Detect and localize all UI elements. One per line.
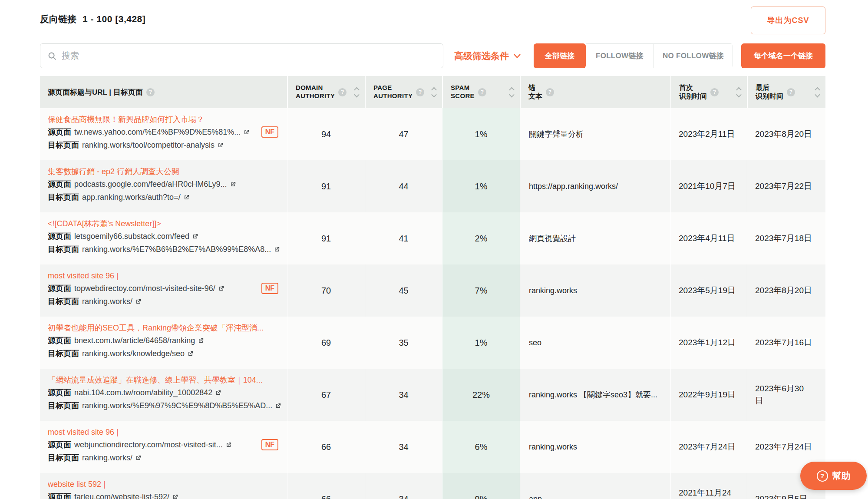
- target-url-link[interactable]: ranking.works/%E7%B6%B2%E7%AB%99%E8%A8..…: [82, 245, 271, 254]
- sort-desc-icon[interactable]: [354, 92, 360, 97]
- domain-authority-value: 94: [287, 108, 365, 160]
- source-url-link[interactable]: bnext.com.tw/article/64658/ranking: [74, 336, 195, 345]
- help-tooltip-icon[interactable]: ?: [546, 88, 554, 96]
- tab-all-links[interactable]: 全部链接: [534, 43, 586, 68]
- search-input[interactable]: [62, 51, 436, 61]
- target-url-line: 目标页面ranking.works/tool/competitor-analys…: [48, 139, 278, 152]
- domain-authority-value: 67: [287, 369, 365, 421]
- last-seen-date: 2023年7月18日: [747, 212, 825, 264]
- col-header-anchor[interactable]: 锚 文本 ?: [520, 76, 670, 108]
- external-link-icon[interactable]: [275, 403, 281, 409]
- target-url-link[interactable]: ranking.works/: [82, 453, 132, 463]
- sort-control[interactable]: [506, 87, 514, 97]
- help-button[interactable]: ? 幫助: [800, 462, 867, 490]
- source-page-title-link[interactable]: most visited site 96 |: [48, 270, 278, 282]
- nofollow-badge: NF: [261, 126, 278, 138]
- help-tooltip-icon[interactable]: ?: [478, 88, 486, 96]
- help-tooltip-icon[interactable]: ?: [146, 88, 155, 96]
- sort-control[interactable]: [733, 87, 741, 97]
- col-header-spam-score[interactable]: SPAM SCORE ?: [442, 76, 520, 108]
- source-page-title-link[interactable]: 「網站流量成效追蹤」在職進修、線上學習、共學教室｜104...: [48, 374, 278, 386]
- col-header-source[interactable]: 源页面标题与URL | 目标页面 ?: [40, 76, 287, 108]
- external-link-icon[interactable]: [225, 442, 232, 448]
- search-box[interactable]: [40, 43, 443, 68]
- page-authority-value: 34: [365, 473, 442, 499]
- last-seen-date: 2023年7月22日: [747, 160, 825, 212]
- source-page-title-link[interactable]: most visited site 96 |: [48, 426, 278, 438]
- table-row: website list 592 |源页面farleu.com/website-…: [40, 473, 825, 499]
- backlinks-table: 源页面标题与URL | 目标页面 ? DOMAIN AUTHORITY ? PA…: [40, 76, 825, 499]
- source-url-link[interactable]: letsgoemily66.substack.com/feed: [74, 232, 189, 241]
- sort-desc-icon[interactable]: [736, 92, 742, 97]
- external-link-icon[interactable]: [215, 390, 221, 396]
- anchor-text: seo: [520, 317, 670, 369]
- page-authority-value: 34: [365, 421, 442, 473]
- help-tooltip-icon[interactable]: ?: [416, 88, 424, 96]
- external-link-icon[interactable]: [192, 233, 198, 240]
- external-link-icon[interactable]: [198, 337, 204, 344]
- source-page-title-link[interactable]: website list 592 |: [48, 479, 278, 490]
- target-url-link[interactable]: ranking.works/tool/competitor-analysis: [82, 141, 215, 150]
- source-url-link[interactable]: tw.news.yahoo.com/%E4%BF%9D%E5%81%...: [74, 128, 241, 137]
- external-link-icon[interactable]: [135, 455, 142, 461]
- target-url-link[interactable]: app.ranking.works/auth?to=/: [82, 193, 181, 202]
- help-tooltip-icon[interactable]: ?: [787, 88, 795, 96]
- col-header-domain-authority[interactable]: DOMAIN AUTHORITY ?: [287, 76, 365, 108]
- target-url-link[interactable]: ranking.works/: [82, 297, 132, 306]
- help-tooltip-icon[interactable]: ?: [338, 88, 347, 96]
- sort-desc-icon[interactable]: [509, 92, 515, 97]
- source-url-link[interactable]: nabi.104.com.tw/room/ability_10002842: [74, 388, 212, 397]
- sort-control[interactable]: [351, 87, 359, 97]
- external-link-icon[interactable]: [218, 285, 224, 292]
- source-url-link[interactable]: podcasts.google.com/feed/aHR0cHM6Ly9...: [74, 180, 227, 189]
- page-authority-value: 41: [365, 212, 442, 264]
- page-authority-value: 44: [365, 160, 442, 212]
- source-url-link[interactable]: webjunctiondirectory.com/most-visited-si…: [74, 440, 223, 449]
- source-url-link[interactable]: topwebdirectoy.com/most-visited-site-96/: [74, 284, 215, 293]
- table-body: 保健食品商機無限！新興品牌如何打入市場？源页面tw.news.yahoo.com…: [40, 108, 825, 499]
- sort-desc-icon[interactable]: [431, 92, 437, 97]
- external-link-icon[interactable]: [172, 494, 178, 499]
- external-link-icon[interactable]: [135, 298, 142, 305]
- domain-authority-value: 70: [287, 264, 365, 317]
- external-link-icon[interactable]: [183, 194, 190, 201]
- sort-desc-icon[interactable]: [815, 92, 820, 97]
- sort-control[interactable]: [812, 87, 819, 97]
- source-url-link[interactable]: farleu.com/website-list-592/: [74, 492, 169, 499]
- source-page-title-link[interactable]: 保健食品商機無限！新興品牌如何打入市場？: [48, 114, 278, 126]
- anchor-text: 網頁視覺設計: [520, 212, 670, 264]
- source-url-line: 源页面webjunctiondirectory.com/most-visited…: [48, 438, 278, 451]
- help-tooltip-icon[interactable]: ?: [710, 88, 719, 96]
- source-page-title-link[interactable]: <![CDATA[林芯蕭's Newsletter]]>: [48, 218, 278, 230]
- target-url-link[interactable]: ranking.works/knowledge/seo: [82, 349, 185, 358]
- sort-control[interactable]: [429, 87, 436, 97]
- one-link-per-domain-button[interactable]: 每个域名一个链接: [741, 43, 825, 68]
- help-button-label: 幫助: [832, 470, 851, 482]
- source-url-line: 源页面podcasts.google.com/feed/aHR0cHM6Ly9.…: [48, 178, 278, 191]
- spam-score-value: 7%: [442, 264, 520, 317]
- question-mark-icon: ?: [817, 470, 828, 482]
- table-row: 初學者也能用的SEO工具，Ranking帶領企業突破「渾沌型消...源页面bne…: [40, 317, 825, 369]
- external-link-icon[interactable]: [187, 350, 194, 357]
- external-link-icon[interactable]: [274, 246, 280, 253]
- anchor-text: https://app.ranking.works/: [520, 160, 670, 212]
- tab-nofollow-links[interactable]: NO FOLLOW链接: [654, 43, 733, 68]
- target-url-line: 目标页面ranking.works/: [48, 451, 278, 464]
- source-label: 源页面: [48, 283, 71, 294]
- source-label: 源页面: [48, 231, 71, 241]
- source-page-title-link[interactable]: 初學者也能用的SEO工具，Ranking帶領企業突破「渾沌型消...: [48, 322, 278, 334]
- col-header-first-seen[interactable]: 首次 识别时间 ?: [670, 76, 747, 108]
- external-link-icon[interactable]: [230, 181, 236, 188]
- export-csv-button[interactable]: 导出为CSV: [751, 7, 825, 34]
- tab-follow-links[interactable]: FOLLOW链接: [586, 43, 654, 68]
- advanced-filter-dropdown[interactable]: 高级筛选条件: [454, 43, 521, 68]
- anchor-text: ranking.works: [520, 264, 670, 317]
- external-link-icon[interactable]: [243, 129, 250, 135]
- col-header-page-authority[interactable]: PAGE AUTHORITY ?: [365, 76, 442, 108]
- page-title-label: 反向链接: [40, 13, 76, 25]
- target-url-link[interactable]: ranking.works/%E9%97%9C%E9%8D%B5%E5%AD..…: [82, 401, 272, 410]
- col-header-source-label: 源页面标题与URL | 目标页面: [48, 87, 143, 97]
- col-header-last-seen[interactable]: 最后 识别时间 ?: [747, 76, 825, 108]
- source-page-title-link[interactable]: 集客數據行銷 - ep2 行銷人調查大公開: [48, 166, 278, 178]
- external-link-icon[interactable]: [217, 142, 224, 149]
